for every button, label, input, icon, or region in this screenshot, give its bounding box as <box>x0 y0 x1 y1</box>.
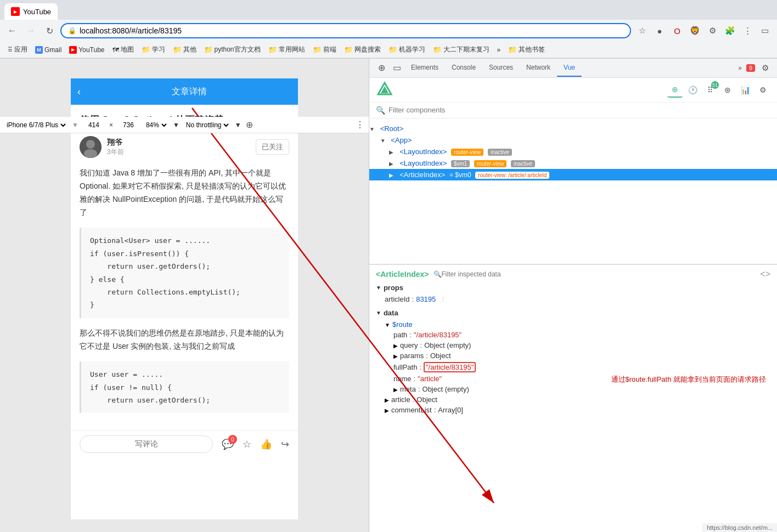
bookmark-cloudsearch[interactable]: 📁 网盘搜索 <box>341 43 384 56</box>
phone-frame: ‹ 文章详情 使用 Java8 Optional 的正确姿势 <box>71 78 298 519</box>
component-tree: ▼ <Root> ▼ <App> ▶ <LayoutIndex> router-… <box>369 118 777 264</box>
width-input[interactable] <box>83 121 105 129</box>
bottom-bar: 写评论 💬 0 ☆ 👍 ↪ <box>71 431 298 457</box>
tree-item-layout2[interactable]: ▶ <LayoutIndex> $vm1 router-view inactiv… <box>369 157 777 169</box>
bookmark-gmail[interactable]: M Gmail <box>32 44 65 55</box>
like-icon[interactable]: 👍 <box>260 438 272 450</box>
expand-icon[interactable]: ▶ <box>393 343 398 349</box>
bookmark-apps[interactable]: ⠿ 应用 <box>4 43 31 56</box>
prop-edit-icon[interactable]: ⋮ <box>440 296 446 303</box>
device-toolbar: iPhone 6/7/8 Plus ▼ × 84% ▼ No throttlin… <box>0 117 369 133</box>
devtools-more-button[interactable]: » <box>738 64 742 72</box>
props-title: ▼ props <box>376 284 770 292</box>
devtools-settings-button[interactable]: ⚙ <box>757 60 773 76</box>
tab-title: YouTube <box>23 8 51 16</box>
zoom-select[interactable]: 84% <box>144 121 168 129</box>
author-name: 翔爷 <box>107 138 256 148</box>
reload-button[interactable]: ↻ <box>42 23 57 38</box>
devtools-toggle[interactable]: ⋮ <box>356 120 364 130</box>
back-button[interactable]: ‹ <box>77 86 81 98</box>
bookmark-learn[interactable]: 📁 学习 <box>138 43 168 56</box>
expand-icon[interactable]: ▶ <box>385 397 389 403</box>
router-view-badge: router-view <box>451 149 483 156</box>
tab-elements[interactable]: Elements <box>404 59 445 77</box>
expand-icon[interactable]: ▶ <box>393 387 398 393</box>
bookmark-common[interactable]: 📁 常用网站 <box>265 43 308 56</box>
prop-row-params: ▶ params : Object <box>376 350 770 361</box>
bookmark-other1[interactable]: 📁 其他 <box>170 43 200 56</box>
vue-settings-button[interactable]: ⚙ <box>755 82 770 98</box>
settings-icon[interactable]: ⚙ <box>705 23 720 38</box>
address-box[interactable]: 🔒 localhost:8080/#/article/83195 <box>60 23 631 38</box>
extensions-icon[interactable]: 🧩 <box>722 23 737 38</box>
author-time: 3年前 <box>107 148 256 157</box>
data-title: ▼ data <box>376 309 770 317</box>
active-tab[interactable]: ▶ YouTube <box>4 3 58 20</box>
share-icon[interactable]: ↪ <box>281 438 289 450</box>
tree-tag-name: <App> <box>391 136 412 144</box>
tab-console[interactable]: Console <box>445 59 482 77</box>
brave-icon[interactable]: 🦁 <box>687 23 702 38</box>
status-bar: https://blog.csdn.net/m... <box>702 523 777 532</box>
forward-button[interactable]: → <box>23 23 38 38</box>
folder-icon: 📁 <box>313 46 322 54</box>
bookmark-frontend[interactable]: 📁 前端 <box>309 43 340 56</box>
code-block-1: Optional<User> user = ...... if (user.is… <box>80 228 289 318</box>
tree-item-app[interactable]: ▼ <App> <box>369 134 777 146</box>
inspector-filter-input[interactable] <box>442 270 508 278</box>
prop-value: Object <box>430 352 451 360</box>
browser-chrome: ▶ YouTube ← → ↻ 🔒 localhost:8080/#/artic… <box>0 0 777 59</box>
prop-key: meta <box>400 385 416 393</box>
bookmark-maps[interactable]: 🗺 地图 <box>109 43 137 56</box>
profile-icon[interactable]: ● <box>652 23 667 38</box>
prop-row-commentlist: ▶ commentList : Array[0] <box>376 405 770 415</box>
expand-icon[interactable]: ▶ <box>385 408 389 414</box>
tree-item-root[interactable]: ▼ <Root> <box>369 123 777 134</box>
throttle-select[interactable]: No throttling <box>184 121 230 129</box>
error-badge: 9 <box>746 64 755 72</box>
toolbar-icons: ☆ ● O 🦁 ⚙ 🧩 ⋮ ▭ <box>634 23 773 38</box>
write-comment-button[interactable]: 写评论 <box>80 435 213 453</box>
vue-history-button[interactable]: 🕐 <box>685 82 700 98</box>
article-para2: 那么不得不说我们的思维仍然是在原地踏步, 只是本能的认为它不过是 User 实例… <box>80 327 289 353</box>
favorite-icon[interactable]: ☆ <box>243 438 251 450</box>
tab-sources[interactable]: Sources <box>482 59 520 77</box>
tab-vue[interactable]: Vue <box>557 59 582 77</box>
vue-inspect-button[interactable]: ⊕ <box>667 82 683 98</box>
back-button[interactable]: ← <box>4 23 20 38</box>
bookmark-youtube[interactable]: ▶ YouTube <box>66 44 108 55</box>
expand-icon[interactable]: ▶ <box>393 353 398 359</box>
vue-component-button[interactable]: ⠿ 51 <box>702 82 718 98</box>
article-body: 使用 Java8 Optional 的正确姿势 翔爷 3年前 <box>71 105 298 431</box>
bookmark-other2[interactable]: 📁 其他书签 <box>505 43 548 56</box>
devtools-device-icon[interactable]: ▭ <box>389 60 404 76</box>
folder-icon: 📁 <box>268 46 277 54</box>
devtools-inspect-icon[interactable]: ⊕ <box>374 60 389 76</box>
bookmark-review[interactable]: 📁 大二下期末复习 <box>430 43 493 56</box>
bookmark-star-icon[interactable]: ☆ <box>634 23 650 38</box>
tree-item-layout1[interactable]: ▶ <LayoutIndex> router-view inactive <box>369 146 777 157</box>
vm1-badge: $vm1 <box>451 160 470 167</box>
comment-icon[interactable]: 💬 0 <box>222 438 234 450</box>
prop-value: Array[0] <box>438 406 463 414</box>
vue-filter: 🔍 <box>369 103 777 118</box>
tree-item-article[interactable]: ▶ <ArticleIndex> = $vm0 router-view: /ar… <box>369 169 777 180</box>
vue-routing-button[interactable]: ⊛ <box>720 82 735 98</box>
fullscreen-icon[interactable]: ▭ <box>757 23 773 38</box>
bookmark-ml[interactable]: 📁 机器学习 <box>385 43 429 56</box>
tree-tag-name: <LayoutIndex> <box>399 159 447 167</box>
opera-icon[interactable]: O <box>669 23 685 38</box>
height-input[interactable] <box>117 121 139 129</box>
comment-badge: 0 <box>228 435 237 444</box>
bookmark-python[interactable]: 📁 python官方文档 <box>201 43 264 56</box>
filter-input[interactable] <box>388 106 770 114</box>
prop-row-query: ▶ query : Object (empty) <box>376 340 770 350</box>
follow-button[interactable]: 已关注 <box>256 139 289 155</box>
tab-network[interactable]: Network <box>520 59 557 77</box>
bookmark-more[interactable]: » <box>494 44 504 55</box>
device-select[interactable]: iPhone 6/7/8 Plus <box>4 121 67 129</box>
vue-panel: ⊕ 🕐 ⠿ 51 ⊛ 📊 ⚙ 🔍 <box>369 78 777 532</box>
props-section: ▼ props articleId : 83195 ⋮ <box>376 284 770 304</box>
menu-icon[interactable]: ⋮ <box>740 23 755 38</box>
vue-performance-button[interactable]: 📊 <box>737 82 753 98</box>
